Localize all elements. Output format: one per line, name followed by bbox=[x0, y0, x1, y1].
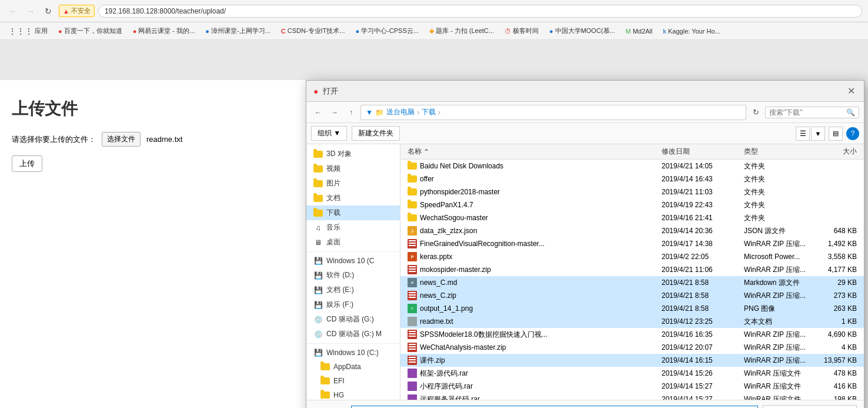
dlg-up-btn[interactable]: ↑ bbox=[344, 105, 358, 120]
nav-item-win10c2[interactable]: 💾 Windows 10 (C:) bbox=[306, 346, 400, 360]
nav-item-downloads[interactable]: 下载 bbox=[306, 205, 400, 220]
dialog-action-toolbar: 组织 ▼ 新建文件夹 ☰ ▼ ▤ ? bbox=[306, 123, 864, 144]
dlg-refresh-btn[interactable]: ↻ bbox=[749, 105, 763, 120]
security-badge: ▲ 不安全 bbox=[59, 5, 95, 17]
nav-item-appdata[interactable]: AppData bbox=[306, 360, 400, 374]
bookmarks-bar: ⋮⋮⋮ 应用 ● 百度一下，你就知道 ● 网易云课堂 - 我的... ● 漳州课… bbox=[0, 22, 868, 40]
nav-item-music[interactable]: ♫ 音乐 bbox=[306, 220, 400, 235]
file-row[interactable]: mokospider-master.zip 2019/4/21 11:06 Wi… bbox=[400, 263, 864, 276]
file-row[interactable]: Pkeras.pptx 2019/4/2 22:05 Microsoft Pow… bbox=[400, 250, 864, 263]
file-row[interactable]: SPSSModeler18.0数据挖掘快速入门视... 2019/4/16 16… bbox=[400, 328, 864, 341]
nav-item-drive-f[interactable]: 💾 娱乐 (F:) bbox=[306, 297, 400, 312]
bookmark-zzkt[interactable]: ● 漳州课堂-上网学习... bbox=[202, 25, 274, 37]
file-list-body: Baidu Net Disk Downloads 2019/4/21 14:05… bbox=[400, 160, 864, 400]
nav-item-efi[interactable]: EFI bbox=[306, 374, 400, 388]
new-folder-btn[interactable]: 新建文件夹 bbox=[352, 126, 400, 141]
nav-item-3d[interactable]: 3D 对象 bbox=[306, 147, 400, 161]
file-list-header: 名称 ⌃ 修改日期 类型 大小 bbox=[400, 144, 864, 160]
drive-icon-c2: 💾 bbox=[313, 348, 323, 357]
bookmark-baidu[interactable]: ● 百度一下，你就知道 bbox=[55, 25, 126, 37]
bookmark-geek[interactable]: ⏱ 极客时间 bbox=[501, 25, 542, 37]
view-list-btn[interactable]: ☰ bbox=[796, 127, 810, 141]
apps-btn[interactable]: ⋮⋮⋮ 应用 bbox=[5, 25, 51, 37]
folder-icon-3d bbox=[313, 150, 323, 159]
file-row-news-zip[interactable]: news_C.zip 2019/4/21 8:58 WinRAR ZIP 压缩.… bbox=[400, 289, 864, 302]
filename-input[interactable] bbox=[351, 406, 758, 408]
bookmark-mooc[interactable]: ● 中国大学MOOC(慕... bbox=[546, 25, 619, 37]
breadcrumb-icon: 📁 bbox=[375, 108, 384, 117]
dlg-forward-btn[interactable]: → bbox=[328, 105, 342, 120]
cd-icon-g: 💿 bbox=[313, 315, 323, 324]
file-row[interactable]: Jdata_zlk_zlzx.json 2019/4/14 20:36 JSON… bbox=[400, 224, 864, 237]
search-icon: 🔍 bbox=[846, 108, 855, 117]
address-bar[interactable]: 192.168.180.128:8000/teacher/upload/ bbox=[98, 5, 862, 18]
col-type-header[interactable]: 类型 bbox=[742, 147, 812, 157]
nav-item-drive-e[interactable]: 💾 文档 (E:) bbox=[306, 283, 400, 297]
dialog-close-btn[interactable]: ✕ bbox=[845, 85, 857, 97]
col-name-header[interactable]: 名称 ⌃ bbox=[405, 147, 659, 157]
bookmark-leetcode[interactable]: ◆ 题库 - 力扣 (LeetC... bbox=[426, 25, 498, 37]
search-box[interactable]: 🔍 bbox=[765, 107, 859, 118]
choose-file-btn[interactable]: 选择文件 bbox=[102, 132, 141, 147]
dialog-nav-toolbar: ← → ↑ ▼ 📁 送台电脑 › 下载 › ↻ 🔍 bbox=[306, 102, 864, 123]
file-row[interactable]: pythonspider2018-master 2019/4/21 11:03 … bbox=[400, 185, 864, 198]
file-row[interactable]: 框架-源代码.rar 2019/4/14 15:26 WinRAR 压缩文件 4… bbox=[400, 367, 864, 380]
file-row-readme[interactable]: readme.txt 2019/4/12 23:25 文本文档 1 KB bbox=[400, 315, 864, 328]
upload-btn[interactable]: 上传 bbox=[12, 155, 42, 172]
bookmark-kaggle[interactable]: k Kaggle: Your Ho... bbox=[660, 26, 724, 36]
file-row-output-png[interactable]: Poutput_14_1.png 2019/4/21 8:58 PNG 图像 2… bbox=[400, 302, 864, 315]
breadcrumb[interactable]: ▼ 📁 送台电脑 › 下载 › bbox=[360, 105, 746, 120]
drive-icon-f: 💾 bbox=[313, 300, 323, 310]
col-date-header[interactable]: 修改日期 bbox=[659, 147, 742, 157]
dlg-back-btn[interactable]: ← bbox=[311, 105, 325, 120]
file-row[interactable]: Baidu Net Disk Downloads 2019/4/21 14:05… bbox=[400, 160, 864, 173]
back-btn[interactable]: ← bbox=[6, 4, 20, 18]
organize-btn[interactable]: 组织 ▼ bbox=[311, 126, 347, 141]
file-row[interactable]: WechatSogou-master 2019/4/16 21:41 文件夹 bbox=[400, 211, 864, 224]
breadcrumb-downloads[interactable]: 下载 bbox=[422, 107, 436, 117]
view-details-btn[interactable]: ▤ bbox=[829, 127, 843, 141]
file-row[interactable]: FineGrainedVisualRecognition-master... 2… bbox=[400, 237, 864, 250]
file-row[interactable]: 远程服务器代码.rar 2019/4/14 15:27 WinRAR 压缩文件 … bbox=[400, 393, 864, 400]
folder-icon-pictures bbox=[313, 179, 323, 188]
search-input[interactable] bbox=[769, 108, 844, 117]
help-btn[interactable]: ? bbox=[846, 127, 859, 140]
nav-item-drive-d[interactable]: 💾 软件 (D:) bbox=[306, 268, 400, 283]
view-dropdown-btn[interactable]: ▼ bbox=[811, 127, 825, 141]
file-row-keji[interactable]: 课件.zip 2019/4/14 16:15 WinRAR ZIP 压缩... … bbox=[400, 354, 864, 367]
dialog-body: 3D 对象 视频 图片 bbox=[306, 144, 864, 400]
nav-item-cd-g[interactable]: 💿 CD 驱动器 (G:) bbox=[306, 312, 400, 327]
breadcrumb-desktop[interactable]: 送台电脑 bbox=[386, 107, 415, 117]
folder-icon-efi bbox=[321, 376, 330, 386]
nav-item-pictures[interactable]: 图片 bbox=[306, 176, 400, 191]
bookmark-wyy[interactable]: ● 网易云课堂 - 我的... bbox=[129, 25, 199, 37]
drive-icon-e: 💾 bbox=[313, 286, 323, 295]
reload-btn[interactable]: ↻ bbox=[41, 4, 55, 18]
forward-btn[interactable]: → bbox=[24, 4, 38, 18]
dialog-titlebar: ● 打开 ✕ bbox=[306, 81, 864, 102]
nav-item-desktop[interactable]: 🖥 桌面 bbox=[306, 235, 400, 250]
nav-item-docs[interactable]: 文档 bbox=[306, 191, 400, 205]
bookmark-csdn[interactable]: C CSDN-专业IT技术... bbox=[278, 25, 349, 37]
file-row[interactable]: 小程序源代码.rar 2019/4/14 15:27 WinRAR 压缩文件 4… bbox=[400, 380, 864, 393]
nav-item-cd-g2[interactable]: 💿 CD 驱动器 (G:) M bbox=[306, 327, 400, 341]
nav-item-hg[interactable]: HG bbox=[306, 388, 400, 400]
folder-icon-appdata bbox=[321, 362, 330, 371]
bookmark-md2all[interactable]: M Md2All bbox=[622, 26, 656, 36]
file-row[interactable]: WeChatAnalysis-master.zip 2019/4/12 20:0… bbox=[400, 341, 864, 354]
nav-item-video[interactable]: 视频 bbox=[306, 161, 400, 176]
dialog-bottom: 文件名(N): 所有文件 (*.*) 打开(O) 取消 bbox=[306, 400, 864, 408]
filetype-select[interactable]: 所有文件 (*.*) bbox=[763, 405, 857, 408]
page-content: 上传文件 请选择你要上传的文件： 选择文件 readme.txt 上传 bbox=[0, 80, 312, 408]
col-size-header[interactable]: 大小 bbox=[812, 147, 859, 157]
folder-icon-downloads bbox=[313, 208, 323, 218]
selected-filename: readme.txt bbox=[146, 135, 182, 144]
file-row[interactable]: offer 2019/4/14 16:43 文件夹 bbox=[400, 173, 864, 185]
file-row[interactable]: SpeedPanX1.4.7 2019/4/19 22:43 文件夹 bbox=[400, 198, 864, 211]
breadcrumb-sep-1: › bbox=[417, 108, 419, 117]
bookmark-cpss[interactable]: ● 学习中心-CPSS云... bbox=[352, 25, 422, 37]
nav-item-win10c[interactable]: 💾 Windows 10 (C bbox=[306, 254, 400, 268]
file-row-news-md[interactable]: Mnews_C.md 2019/4/21 8:58 Markdown 源文件 2… bbox=[400, 276, 864, 289]
folder-icon-video bbox=[313, 164, 323, 174]
drive-icon-c: 💾 bbox=[313, 256, 323, 266]
